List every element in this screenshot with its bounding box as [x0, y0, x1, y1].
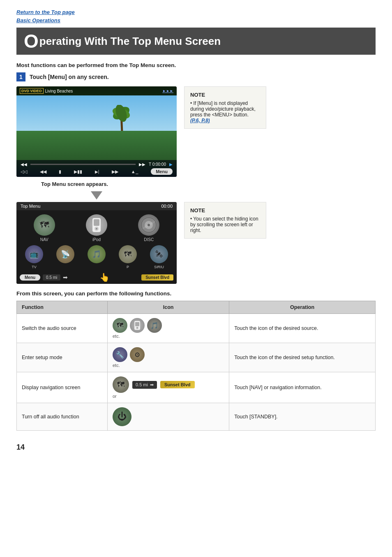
col-header-operation: Operation [229, 301, 376, 314]
sunset-inline: Sunset Blvd [160, 381, 195, 388]
note-box-2: NOTE • You can select the hiding icon by… [184, 202, 266, 239]
table-row: Display navigation screen 🗺 0.5 mi ➡ Sun… [17, 372, 376, 403]
ipod-label: iPod [92, 237, 101, 242]
topmenu-menu-btn[interactable]: Menu [20, 274, 40, 281]
intro-text: Most functions can be performed from the… [16, 62, 376, 68]
note-1-link[interactable]: (P.6, P.8) [190, 118, 210, 123]
sunset-btn[interactable]: Sunset Blvd [141, 274, 173, 281]
topmenu-label: Top Menu [21, 204, 40, 209]
breadcrumb: Return to the Top page Basic Operations [16, 8, 376, 24]
dvd-screen: DVD VIDEO Living Beaches ►►► [16, 86, 177, 177]
step-badge: 1 [16, 72, 25, 81]
play-pause-icon: ▶▮▮ [74, 169, 82, 174]
topmenu-nav-item[interactable]: 🗺 NAV [34, 214, 55, 242]
table-row: Enter setup mode 🔧 ⚙ etc. Touch the icon… [17, 343, 376, 372]
step-fwd-icon: ▶| [95, 169, 99, 174]
nav-display-icon: 🗺 [113, 376, 129, 393]
disc-label: DISC [144, 237, 154, 242]
svg-rect-5 [94, 219, 99, 226]
topmenu-screen: Top Menu 00:00 🗺 NAV iPod [16, 202, 177, 284]
dvd-logo: DVD VIDEO [20, 88, 44, 94]
setup-gear-icon: ⚙ [130, 347, 145, 362]
page-number: 14 [16, 443, 376, 452]
svg-rect-13 [135, 322, 139, 326]
music-icon: 🎵 [88, 245, 106, 263]
nav-label: NAV [40, 237, 48, 242]
eject-icon: ▲⎯ [131, 169, 138, 174]
topmenu-nav-info: 0.5 mi [43, 274, 60, 281]
note-1-title: NOTE [190, 92, 260, 98]
function-cell: Display navigation screen [17, 372, 108, 403]
topmenu-arrow-right: ➡ [63, 274, 68, 281]
topmenu-sirius-item[interactable]: 🛰 SIRIU [150, 245, 168, 269]
time-icon: ▶ [169, 162, 173, 167]
disc-icon [138, 214, 159, 236]
basic-ops-link[interactable]: Basic Operations [16, 16, 376, 25]
topmenu-bottom: Menu 0.5 mi ➡ 👆 Sunset Blvd [16, 271, 177, 284]
dvd-main-area [16, 95, 177, 160]
function-cell: Enter setup mode [17, 343, 108, 372]
appears-text: Top Menu screen appears. [16, 181, 376, 187]
note-2-title: NOTE [190, 207, 260, 214]
next-icon: ▶▶ [112, 169, 118, 174]
nav2-icon: 🗺 [119, 245, 137, 263]
menu-button[interactable]: Menu [151, 168, 173, 175]
note-1-text: • If [Menu] is not displayed during vide… [190, 100, 260, 123]
nav-bar-inline: 0.5 mi ➡ [132, 381, 157, 389]
setup-wrench-icon: 🔧 [113, 347, 127, 362]
operation-cell: Touch the icon of the desired setup func… [229, 343, 376, 372]
topmenu-disc-item[interactable]: DISC [138, 214, 159, 242]
tv-icon: 📺 [25, 245, 43, 263]
function-cell: Turn off all audio function [17, 403, 108, 431]
topmenu-icons-row1: 🗺 NAV iPod [16, 210, 177, 244]
standby-icon: ⏻ [113, 407, 131, 426]
dvd-topbar-right: ►►► [162, 89, 173, 93]
ipod-icon [86, 214, 107, 236]
etc-label-1: etc. [113, 334, 224, 339]
nav-icon: 🗺 [34, 214, 55, 236]
title-rest: perating With The Top Menu Screen [39, 36, 221, 46]
return-top-link[interactable]: Return to the Top page [16, 8, 376, 16]
svg-point-7 [96, 228, 97, 230]
or-label: or [113, 394, 224, 399]
stop-icon: ▮ [59, 169, 61, 174]
col-header-icon: Icon [107, 301, 229, 314]
topmenu-tv-item[interactable]: 📺 TV [25, 245, 43, 269]
table-row: Switch the audio source 🗺 🎵 etc. Touch t… [17, 314, 376, 343]
content-row-1: DVD VIDEO Living Beaches ►►► [16, 86, 376, 177]
topmenu-sat-item[interactable]: 📡 [56, 245, 74, 269]
arrow-down-container [16, 191, 177, 200]
dvd-topbar: DVD VIDEO Living Beaches ►►► [16, 86, 177, 95]
topmenu-music-item[interactable]: 🎵 [88, 245, 106, 269]
dvd-controls: ◀◀ ▶▶ T 0:00:00 ▶ ◁◁ ◀◀ ▮ ▶▮▮ ▶| ▶▶ ▲⎯ [16, 160, 177, 177]
icon-cell: 🗺 🎵 etc. [107, 314, 229, 343]
tv-label: TV [32, 265, 37, 269]
topmenu-icons-row2: 📺 TV 📡 🎵 🗺 P 🛰 SIRIU [16, 244, 177, 271]
topmenu-ipod-item[interactable]: iPod [86, 214, 107, 242]
svg-point-15 [137, 327, 138, 328]
nav2-label: P [127, 265, 129, 269]
step-label: Touch [Menu] on any screen. [30, 74, 109, 80]
title-big-o: O [24, 32, 39, 51]
from-screen-text: From this screen, you can perform the fo… [16, 290, 376, 297]
topmenu-nav2-item[interactable]: 🗺 P [119, 245, 137, 269]
table-row: Turn off all audio function ⏻ Touch [STA… [17, 403, 376, 431]
audio-nav-icon: 🗺 [113, 318, 127, 333]
function-cell: Switch the audio source [17, 314, 108, 343]
icon-cell: 🔧 ⚙ etc. [107, 343, 229, 372]
skip-back-icon: ◁◁ [21, 169, 27, 174]
sirius-icon: 🛰 [150, 245, 168, 263]
icon-cell: ⏻ [107, 403, 229, 431]
fast-forward-icon: ▶▶ [139, 162, 145, 167]
icon-cell: 🗺 0.5 mi ➡ Sunset Blvd or [107, 372, 229, 403]
step-1-row: 1 Touch [Menu] on any screen. [16, 72, 376, 81]
sirius-label: SIRIU [154, 265, 164, 269]
page-title-bar: O perating With The Top Menu Screen [16, 28, 376, 55]
prev-icon: ◀◀ [40, 169, 46, 174]
dvd-screen-container: DVD VIDEO Living Beaches ►►► [16, 86, 177, 177]
etc-label-2: etc. [113, 363, 224, 368]
arrow-down-icon [91, 191, 102, 200]
note-2-text: • You can select the hiding icon by scro… [190, 216, 260, 233]
dvd-title: Living Beaches [45, 89, 73, 93]
topmenu-bar: Top Menu 00:00 [16, 202, 177, 210]
